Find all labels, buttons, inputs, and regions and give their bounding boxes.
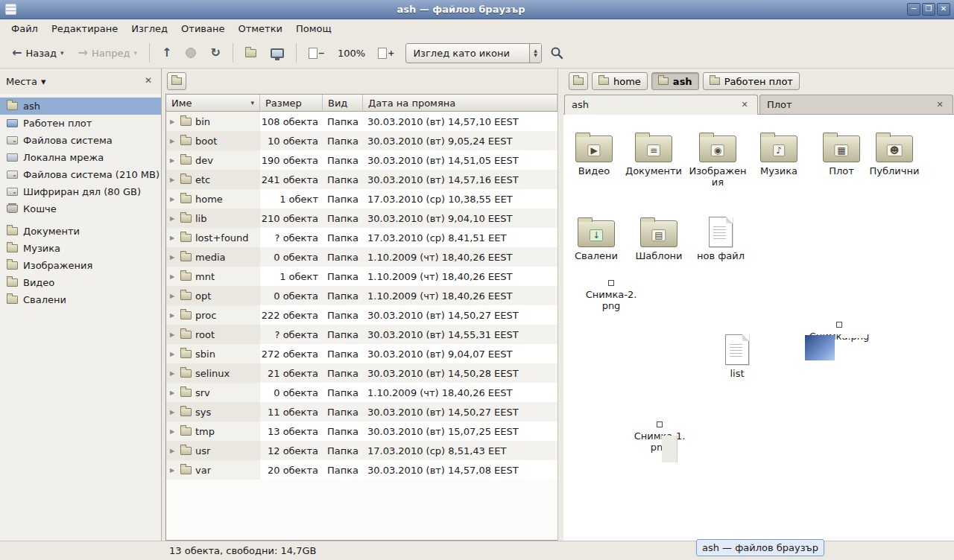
icon-item[interactable]: ☻ Публични xyxy=(866,128,923,176)
column-header-date[interactable]: Дата на промяна xyxy=(363,95,557,112)
sidebar-item[interactable]: Работен плот xyxy=(0,115,161,132)
search-button[interactable] xyxy=(544,42,569,64)
sidebar-item[interactable]: Музика xyxy=(0,240,161,257)
file-row[interactable]: ▶ proc 222 обекта Папка 30.03.2010 (вт) … xyxy=(166,305,557,325)
file-row[interactable]: ▶ srv 0 обекта Папка 1.10.2009 (чт) 18,4… xyxy=(166,383,557,402)
expander-icon[interactable]: ▶ xyxy=(170,215,177,222)
expander-icon[interactable]: ▶ xyxy=(170,331,177,338)
tab[interactable]: ash ✕ xyxy=(564,95,758,115)
menu-item[interactable]: Отиване xyxy=(174,21,231,36)
expander-icon[interactable]: ▶ xyxy=(170,235,177,241)
icon-item[interactable]: ▶ Видео xyxy=(566,128,622,176)
sidebar-item[interactable]: Изображения xyxy=(0,257,161,274)
sidebar-item[interactable]: Документи xyxy=(0,223,161,240)
sidebar-item[interactable]: Файлова система (210 MB) xyxy=(0,166,161,183)
file-row[interactable]: ▶ bin 108 обекта Папка 30.03.2010 (вт) 1… xyxy=(166,112,557,131)
tab-close-icon[interactable]: ✕ xyxy=(739,100,751,109)
file-row[interactable]: ▶ media 0 обекта Папка 1.10.2009 (чт) 18… xyxy=(166,247,557,267)
sidebar-item[interactable]: Свалени xyxy=(0,291,161,308)
view-mode-dropdown[interactable]: Изглед като икони ▲▼ xyxy=(405,43,542,63)
icon-view[interactable]: ▶ Видео ≡ Документи xyxy=(563,115,954,541)
sidebar-item[interactable]: Файлова система xyxy=(0,132,161,149)
column-header-name[interactable]: Име ▾ xyxy=(166,95,260,112)
maximize-button[interactable]: ❐ xyxy=(922,3,935,16)
computer-button[interactable] xyxy=(265,42,290,64)
tab-close-icon[interactable]: ✕ xyxy=(934,100,946,109)
file-row[interactable]: ▶ boot 10 обекта Папка 30.03.2010 (вт) 9… xyxy=(166,131,557,150)
file-row[interactable]: ▶ sbin 272 обекта Папка 30.03.2010 (вт) … xyxy=(166,344,557,363)
column-header-type[interactable]: Вид xyxy=(323,95,363,112)
icon-item[interactable]: ▤ Шаблони xyxy=(631,213,687,261)
menu-item[interactable]: Отметки xyxy=(231,21,288,36)
icon-item[interactable]: Снимка-2. png xyxy=(572,280,650,311)
expander-icon[interactable]: ▶ xyxy=(170,293,177,299)
expander-icon[interactable]: ▶ xyxy=(170,389,177,396)
expander-icon[interactable]: ▶ xyxy=(170,138,177,144)
tab[interactable]: Плот ✕ xyxy=(759,95,953,114)
sidebar-item[interactable]: ash xyxy=(0,98,161,115)
expander-icon[interactable]: ▶ xyxy=(170,312,177,319)
expander-icon[interactable]: ▶ xyxy=(170,409,177,416)
sidebar-item[interactable]: Локална мрежа xyxy=(0,149,161,166)
back-history-chevron-icon[interactable]: ▾ xyxy=(60,49,64,57)
file-row[interactable]: ▶ home 1 обект Папка 17.03.2010 (ср) 10,… xyxy=(166,189,557,209)
file-row[interactable]: ▶ dev 190 обекта Папка 30.03.2010 (вт) 1… xyxy=(166,150,557,170)
window-menu-icon[interactable] xyxy=(5,4,16,15)
icon-item[interactable]: Снимка-1. png xyxy=(621,421,698,453)
filesystem-root-button[interactable] xyxy=(167,72,186,90)
zoom-out-button[interactable]: − xyxy=(303,42,331,64)
icon-item[interactable]: Снимка.png xyxy=(800,322,878,342)
expander-icon[interactable]: ▶ xyxy=(170,370,177,377)
sidebar-close-icon[interactable]: ✕ xyxy=(142,74,155,88)
sidebar-item[interactable]: Видео xyxy=(0,274,161,291)
back-button[interactable]: ← Назад ▾ xyxy=(6,42,70,64)
path-button[interactable]: home xyxy=(592,72,648,90)
icon-item[interactable]: ≡ Документи xyxy=(625,128,682,176)
sidebar-item[interactable]: Шифриран дял (80 GB) xyxy=(0,183,161,200)
pane-splitter[interactable] xyxy=(557,69,563,541)
path-button[interactable]: Работен плот xyxy=(703,72,800,90)
expander-icon[interactable]: ▶ xyxy=(170,448,177,454)
reload-button[interactable]: ↻ xyxy=(204,42,226,64)
file-row[interactable]: ▶ var 20 обекта Папка 30.03.2010 (вт) 14… xyxy=(166,460,557,480)
taskbar-window-button[interactable]: ash — файлов браузър xyxy=(696,539,824,556)
column-header-size[interactable]: Размер xyxy=(260,95,323,112)
expander-icon[interactable]: ▶ xyxy=(170,157,177,164)
file-row[interactable]: ▶ etc 241 обекта Папка 30.03.2010 (вт) 1… xyxy=(166,170,557,189)
file-row[interactable]: ▶ sys 11 обекта Папка 30.03.2010 (вт) 14… xyxy=(166,402,557,421)
expander-icon[interactable]: ▶ xyxy=(170,176,177,183)
menu-item[interactable]: Редактиране xyxy=(45,21,124,36)
file-row[interactable]: ▶ root ? обекта Папка 30.03.2010 (вт) 14… xyxy=(166,325,557,344)
sidebar-mode-dropdown[interactable]: Места ▾ xyxy=(6,76,45,87)
icon-item[interactable]: ↓ Свалени xyxy=(568,213,625,261)
menu-item[interactable]: Помощ xyxy=(289,21,338,36)
spinner-arrows-icon[interactable]: ▲▼ xyxy=(529,44,541,63)
expander-icon[interactable]: ▶ xyxy=(170,118,177,125)
expander-icon[interactable]: ▶ xyxy=(170,467,177,474)
file-row[interactable]: ▶ tmp 13 обекта Папка 30.03.2010 (вт) 15… xyxy=(166,421,557,441)
sidebar-item[interactable]: Кошче xyxy=(0,200,161,217)
close-button[interactable]: ✕ xyxy=(937,3,950,16)
expander-icon[interactable]: ▶ xyxy=(170,196,177,203)
forward-button[interactable]: → Напред ▾ xyxy=(72,42,143,64)
file-row[interactable]: ▶ mnt 1 обект Папка 1.10.2009 (чт) 18,40… xyxy=(166,267,557,286)
file-row[interactable]: ▶ opt 0 обекта Папка 1.10.2009 (чт) 18,4… xyxy=(166,286,557,305)
file-row[interactable]: ▶ selinux 21 обекта Папка 30.03.2010 (вт… xyxy=(166,363,557,383)
icon-item[interactable]: ♪ Музика xyxy=(751,128,807,176)
up-button[interactable]: ↑ xyxy=(156,42,177,64)
file-row[interactable]: ▶ lost+found ? обекта Папка 17.03.2010 (… xyxy=(166,228,557,247)
stop-button[interactable] xyxy=(180,42,202,64)
icon-item[interactable]: нов файл xyxy=(692,213,749,261)
icon-item[interactable]: list xyxy=(709,331,765,379)
file-row[interactable]: ▶ lib 210 обекта Папка 30.03.2010 (вт) 9… xyxy=(166,209,557,228)
home-button[interactable] xyxy=(239,42,262,64)
minimize-button[interactable]: ─ xyxy=(907,3,920,16)
menu-item[interactable]: Изглед xyxy=(124,21,174,36)
expander-icon[interactable]: ▶ xyxy=(170,273,177,280)
expander-icon[interactable]: ▶ xyxy=(170,254,177,261)
menu-item[interactable]: Файл xyxy=(4,21,45,36)
expander-icon[interactable]: ▶ xyxy=(170,428,177,435)
file-row[interactable]: ▶ usr 12 обекта Папка 17.03.2010 (ср) 8,… xyxy=(166,441,557,460)
path-button[interactable]: ash xyxy=(651,72,699,90)
path-root-button[interactable] xyxy=(569,72,588,90)
